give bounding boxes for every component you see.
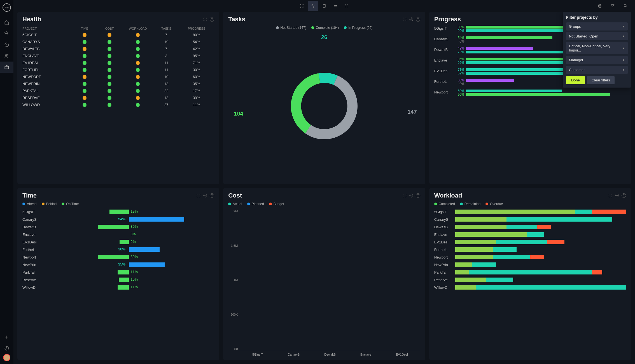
view-clipboard-icon[interactable]	[319, 1, 329, 11]
workload-panel: Workload ? CompletedRemainingOverdue 5Gi…	[429, 188, 631, 360]
svg-point-9	[624, 4, 626, 7]
help-icon[interactable]: ?	[210, 193, 214, 198]
plus-icon[interactable]	[0, 332, 13, 343]
home-icon[interactable]	[0, 17, 13, 28]
panel-title: Tasks	[228, 16, 402, 23]
gear-icon[interactable]	[203, 193, 207, 198]
sidebar: PM	[0, 0, 13, 364]
progress-panel: Progress 5GigsIT80%99%CanaryS54%0%Dewalt…	[429, 12, 631, 184]
health-row[interactable]: DEWALTB742%	[22, 45, 214, 52]
health-row[interactable]: NEWPORT1060%	[22, 73, 214, 80]
filter-icon[interactable]	[608, 1, 618, 11]
cost-bar-chart: 2M1.5M1M500K$0 5GigsITCanarySDewaltBEncl…	[228, 208, 420, 356]
expand-icon[interactable]	[402, 193, 407, 198]
time-row: Newport30%	[22, 253, 214, 261]
workload-row: Newport	[434, 253, 626, 261]
filter-popover: Filter projects by Groups▼Not Started, O…	[563, 12, 631, 88]
progress-row: Newport60%90%	[434, 90, 626, 97]
tasks-panel: Tasks ? Not Started (147)Complete (104)I…	[223, 12, 425, 184]
legend-item: Ahead	[22, 202, 37, 206]
health-row[interactable]: WILLOWD2711%	[22, 101, 214, 108]
panel-title: Workload	[434, 192, 608, 199]
expand-icon[interactable]	[608, 193, 613, 198]
tasks-donut-chart: 26 147 104	[228, 32, 420, 180]
health-row[interactable]: CANARYS1954%	[22, 38, 214, 45]
svg-point-13	[617, 195, 618, 196]
workload-row: Reserve	[434, 276, 626, 284]
legend-item: Complete (104)	[311, 26, 339, 30]
health-row[interactable]: FORTHEL1130%	[22, 66, 214, 73]
filter-select[interactable]: Groups▼	[566, 22, 628, 30]
briefcase-icon[interactable]	[0, 62, 13, 73]
cost-panel: Cost ? ActualPlannedBudget 2M1.5M1M500K$…	[223, 188, 425, 360]
health-panel: Health ? PROJECTTIMECOSTWORKLOADTASKSPRO…	[17, 12, 219, 184]
people-icon[interactable]	[0, 50, 13, 62]
health-row[interactable]: RESERVE1339%	[22, 94, 214, 101]
time-panel: Time ? AheadBehindOn Time 5GigsIT19%Cana…	[17, 188, 219, 360]
gear-icon[interactable]	[409, 193, 414, 198]
svg-point-10	[411, 19, 412, 20]
workload-row: CanaryS	[434, 216, 626, 223]
gear-icon[interactable]	[615, 193, 619, 198]
time-row: FortheL30%	[22, 246, 214, 253]
legend-item: On Time	[62, 202, 79, 206]
workload-row: DewaltB	[434, 223, 626, 231]
svg-point-2	[7, 55, 8, 55]
workload-row: NewPrin	[434, 261, 626, 269]
legend-item: In Progress (26)	[344, 26, 372, 30]
time-row: Reserve10%	[22, 276, 214, 284]
view-flow-icon[interactable]	[342, 1, 352, 11]
legend-item: Remaining	[460, 202, 480, 206]
view-activity-icon[interactable]	[308, 1, 318, 11]
time-row: Enclave0%	[22, 231, 214, 238]
legend-item: Overdue	[485, 202, 503, 206]
pin-icon[interactable]	[0, 28, 13, 39]
health-row[interactable]: NEWPRIN1335%	[22, 80, 214, 87]
clock-icon[interactable]	[0, 39, 13, 50]
health-row[interactable]: PARKTAL2217%	[22, 87, 214, 94]
time-row: NewPrin35%	[22, 261, 214, 269]
expand-icon[interactable]	[203, 17, 207, 22]
svg-point-12	[411, 195, 412, 196]
expand-icon[interactable]	[196, 193, 201, 198]
filter-select[interactable]: Not Started, Open▼	[566, 32, 628, 40]
svg-rect-7	[334, 6, 337, 6]
help-icon[interactable]: ?	[416, 17, 420, 22]
clear-filters-button[interactable]: Clear filters	[587, 76, 615, 84]
workload-row: EV1Desi	[434, 238, 626, 246]
view-scan-icon[interactable]	[297, 1, 307, 11]
help-icon[interactable]: ?	[416, 193, 420, 198]
time-row: DewaltB30%	[22, 223, 214, 231]
filter-select[interactable]: Critical, Non-Critical, Very Impor...▼	[566, 42, 628, 54]
legend-item: Planned	[247, 202, 264, 206]
app-logo: PM	[3, 3, 11, 12]
time-row: ParkTal11%	[22, 269, 214, 276]
help-icon[interactable]	[0, 343, 13, 354]
legend-item: Actual	[228, 202, 242, 206]
health-row[interactable]: ENCLAVE395%	[22, 52, 214, 59]
svg-point-4	[5, 346, 9, 350]
workload-row: 5GigsIT	[434, 208, 626, 216]
help-icon[interactable]: ?	[210, 17, 214, 22]
view-minus-icon[interactable]	[330, 1, 340, 11]
done-button[interactable]: Done	[566, 76, 585, 84]
time-row: EV1Desi9%	[22, 238, 214, 246]
filter-select[interactable]: Customer▼	[566, 66, 628, 74]
help-icon[interactable]: ?	[622, 193, 626, 198]
health-row[interactable]: 5GIGSIT780%	[22, 31, 214, 38]
svg-point-1	[6, 55, 7, 56]
time-row: WillowD11%	[22, 284, 214, 291]
legend-item: Behind	[42, 202, 57, 206]
expand-icon[interactable]	[402, 17, 407, 22]
panel-title: Health	[22, 16, 203, 23]
health-row[interactable]: EV1DESI1171%	[22, 59, 214, 66]
time-row: CanaryS54%	[22, 216, 214, 223]
search-icon[interactable]	[620, 1, 631, 11]
user-avatar[interactable]	[3, 354, 10, 361]
print-icon[interactable]	[595, 1, 605, 11]
panel-title: Cost	[228, 192, 402, 199]
filter-select[interactable]: Manager▼	[566, 56, 628, 64]
workload-row: WillowD	[434, 284, 626, 291]
gear-icon[interactable]	[409, 17, 414, 22]
svg-rect-3	[5, 66, 9, 69]
